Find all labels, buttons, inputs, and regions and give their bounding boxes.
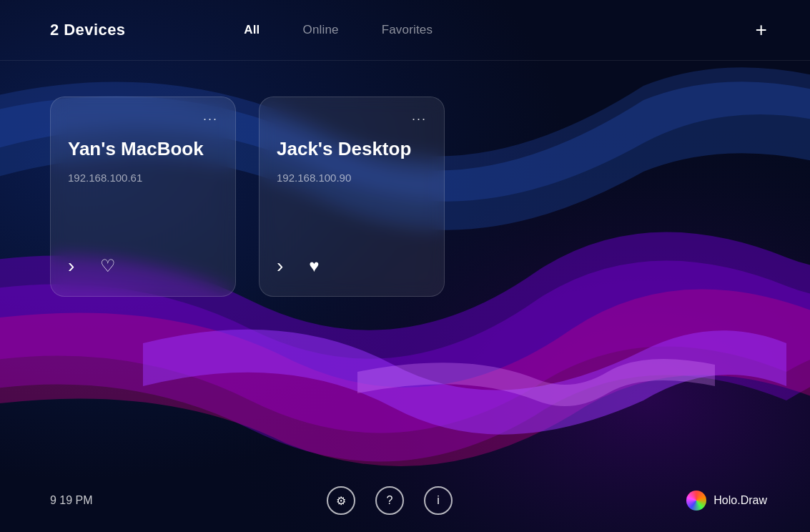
header: 2 Devices All Online Favorites + — [0, 0, 810, 61]
nav-favorites[interactable]: Favorites — [382, 23, 433, 37]
device-name-desktop: Jack's Desktop — [277, 138, 427, 160]
clock-display: 9 19 PM — [50, 494, 93, 507]
favorite-icon-macbook[interactable]: ♡ — [100, 257, 116, 275]
footer: 9 19 PM ⚙ ? i Holo.Draw — [0, 472, 810, 532]
settings-button[interactable]: ⚙ — [327, 486, 355, 515]
device-list: ··· Yan's MacBook 192.168.100.61 › ♡ ···… — [0, 61, 810, 332]
card-menu-macbook: ··· — [68, 112, 218, 127]
more-options-icon-desktop[interactable]: ··· — [412, 112, 427, 127]
device-ip-macbook: 192.168.100.61 — [68, 172, 218, 184]
nav-online[interactable]: Online — [302, 23, 338, 37]
connect-icon-desktop[interactable]: › — [277, 256, 283, 276]
device-ip-desktop: 192.168.100.90 — [277, 172, 427, 184]
brand-name: Holo.Draw — [713, 494, 767, 507]
help-button[interactable]: ? — [375, 486, 404, 515]
nav-all[interactable]: All — [244, 23, 260, 37]
footer-actions: ⚙ ? i — [327, 486, 453, 515]
device-name-macbook: Yan's MacBook — [68, 138, 218, 160]
card-actions-desktop: › ♥ — [277, 256, 427, 276]
add-device-button[interactable]: + — [756, 20, 767, 40]
favorite-icon-desktop[interactable]: ♥ — [309, 257, 319, 275]
app-brand: Holo.Draw — [686, 491, 767, 511]
info-button[interactable]: i — [424, 486, 453, 515]
help-icon: ? — [387, 494, 393, 507]
card-actions-macbook: › ♡ — [68, 256, 218, 276]
brand-logo-icon — [686, 491, 706, 511]
devices-count: 2 Devices — [50, 21, 126, 39]
card-menu-desktop: ··· — [277, 112, 427, 127]
main-nav: All Online Favorites — [244, 23, 433, 37]
connect-icon-macbook[interactable]: › — [68, 256, 74, 276]
device-card-macbook[interactable]: ··· Yan's MacBook 192.168.100.61 › ♡ — [50, 97, 236, 297]
settings-icon: ⚙ — [336, 494, 346, 508]
info-icon: i — [437, 494, 440, 507]
more-options-icon[interactable]: ··· — [203, 112, 218, 127]
device-card-desktop[interactable]: ··· Jack's Desktop 192.168.100.90 › ♥ — [259, 97, 445, 297]
